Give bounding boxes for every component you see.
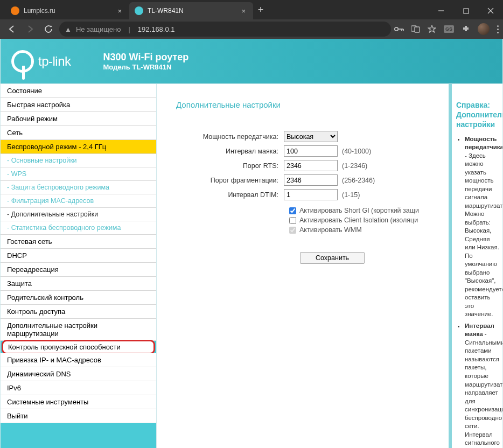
insecure-icon: ▲ xyxy=(65,25,72,33)
sidebar-item[interactable]: Контроль доступа xyxy=(1,305,156,319)
help-list: Мощность передатчика - Здесь можно указа… xyxy=(456,135,500,448)
url-text: 192.168.0.1 xyxy=(138,25,175,33)
rts-note: (1-2346) xyxy=(342,162,367,170)
star-icon[interactable] xyxy=(428,25,436,33)
wmm-checkbox[interactable] xyxy=(289,227,296,234)
short-gi-checkbox[interactable] xyxy=(289,207,296,214)
help-item: Интервал маяка - Сигнальными пакетами на… xyxy=(465,322,500,448)
sidebar-item[interactable]: Родительский контроль xyxy=(1,291,156,305)
sidebar-subitem[interactable]: - Защита беспроводного режима xyxy=(1,181,156,194)
browser-titlebar: Lumpics.ru × TL-WR841N × + xyxy=(0,0,503,19)
security-label: Не защищено xyxy=(76,25,121,33)
toolbar-icons: GS xyxy=(394,23,499,35)
header-banner: tp-link N300 Wi-Fi роутер Модель TL-WR84… xyxy=(0,39,503,84)
sidebar-item[interactable]: Системные инструменты xyxy=(1,395,156,409)
help-panel: Справка: Дополнительные настройки Мощнос… xyxy=(449,84,502,448)
tab-title: Lumpics.ru xyxy=(24,7,55,15)
window-controls xyxy=(429,2,503,19)
forward-button[interactable] xyxy=(23,22,38,37)
dtim-input[interactable] xyxy=(284,189,338,200)
router-info: N300 Wi-Fi роутер Модель TL-WR841N xyxy=(103,52,189,71)
sidebar-item[interactable]: Быстрая настройка xyxy=(1,98,156,112)
help-title: Справка: Дополнительные настройки xyxy=(456,100,500,130)
browser-tab-1[interactable]: Lumpics.ru × xyxy=(5,2,129,19)
content-title: Дополнительные настройки xyxy=(176,100,445,109)
tab-title: TL-WR841N xyxy=(148,7,184,15)
translate-icon[interactable] xyxy=(411,25,420,33)
key-icon[interactable] xyxy=(394,26,404,32)
frag-input[interactable] xyxy=(284,174,338,186)
profile-avatar[interactable] xyxy=(478,23,490,35)
sidebar-item[interactable]: Динамический DNS xyxy=(1,367,156,381)
sidebar-item[interactable]: Выйти xyxy=(1,409,156,423)
beacon-note: (40-1000) xyxy=(342,148,371,155)
frag-label: Порог фрагментации: xyxy=(181,177,284,184)
sidebar-item[interactable]: Состояние xyxy=(1,84,156,98)
router-model: Модель TL-WR841N xyxy=(103,63,189,71)
browser-tab-2[interactable]: TL-WR841N × xyxy=(129,2,253,19)
sidebar-subitem[interactable]: - Дополнительные настройки xyxy=(1,208,156,221)
extensions-icon[interactable] xyxy=(462,25,470,33)
favicon-icon xyxy=(11,6,19,15)
url-field[interactable]: ▲ Не защищено | 192.168.0.1 xyxy=(59,22,391,37)
new-tab-button[interactable]: + xyxy=(253,2,268,17)
short-gi-label: Активировать Short GI (короткий защи xyxy=(299,207,419,214)
svg-rect-1 xyxy=(464,9,469,13)
svg-rect-9 xyxy=(415,27,420,32)
rts-label: Порог RTS: xyxy=(181,162,284,170)
sidebar: СостояниеБыстрая настройкаРабочий режимС… xyxy=(1,84,157,448)
isolation-checkbox[interactable] xyxy=(289,217,296,224)
sidebar-item[interactable]: Защита xyxy=(1,277,156,291)
close-window-button[interactable] xyxy=(478,2,503,19)
maximize-button[interactable] xyxy=(453,2,478,19)
gs-icon[interactable]: GS xyxy=(444,25,454,33)
logo-icon xyxy=(11,50,34,73)
close-icon[interactable]: × xyxy=(115,7,124,15)
sidebar-item[interactable]: Переадресация xyxy=(1,263,156,277)
back-button[interactable] xyxy=(4,22,19,37)
dtim-label: Интервал DTIM: xyxy=(181,191,284,199)
address-bar: ▲ Не защищено | 192.168.0.1 GS xyxy=(0,19,503,39)
beacon-label: Интервал маяка: xyxy=(181,148,284,155)
router-title: N300 Wi-Fi роутер xyxy=(103,52,189,63)
sidebar-item[interactable]: Беспроводной режим - 2,4 ГГц xyxy=(1,140,156,154)
sidebar-item[interactable]: IPv6 xyxy=(1,381,156,395)
brand-text: tp-link xyxy=(38,54,71,69)
tx-power-select[interactable]: Высокая xyxy=(284,131,338,142)
dtim-note: (1-15) xyxy=(342,191,360,199)
sidebar-item[interactable]: Рабочий режим xyxy=(1,112,156,126)
minimize-button[interactable] xyxy=(429,2,453,19)
brand-logo: tp-link xyxy=(11,50,71,73)
frag-note: (256-2346) xyxy=(342,177,375,184)
settings-form: Мощность передатчика: Высокая Интервал м… xyxy=(181,131,445,264)
favicon-icon xyxy=(135,6,143,15)
sidebar-item[interactable]: Привязка IP- и MAC-адресов xyxy=(1,353,156,367)
save-button[interactable]: Сохранить xyxy=(300,252,365,264)
sidebar-subitem[interactable]: - WPS xyxy=(1,167,156,181)
wmm-label: Активировать WMM xyxy=(299,226,362,234)
rts-input[interactable] xyxy=(284,160,338,171)
content-area: Дополнительные настройки Мощность переда… xyxy=(157,84,449,448)
sidebar-item[interactable]: Гостевая сеть xyxy=(1,235,156,249)
sidebar-item[interactable]: Дополнительные настройки маршрутизации xyxy=(1,319,156,341)
reload-button[interactable] xyxy=(41,22,56,37)
sidebar-item[interactable]: Сеть xyxy=(1,126,156,140)
tab-strip: Lumpics.ru × TL-WR841N × + xyxy=(0,2,429,19)
help-item: Мощность передатчика - Здесь можно указа… xyxy=(465,135,500,319)
sidebar-item[interactable]: Контроль пропускной способности xyxy=(2,340,155,354)
sidebar-subitem[interactable]: - Основные настройки xyxy=(1,154,156,167)
tx-power-label: Мощность передатчика: xyxy=(181,133,284,141)
svg-point-4 xyxy=(395,27,398,31)
beacon-input[interactable] xyxy=(284,145,338,157)
menu-button[interactable] xyxy=(497,25,499,33)
sidebar-subitem[interactable]: - Фильтрация MAC-адресов xyxy=(1,194,156,208)
sidebar-subitem[interactable]: - Статистика беспроводного режима xyxy=(1,221,156,235)
isolation-label: Активировать Client Isolation (изоляци xyxy=(299,216,418,224)
main-layout: СостояниеБыстрая настройкаРабочий режимС… xyxy=(0,84,503,448)
close-icon[interactable]: × xyxy=(239,7,248,15)
sidebar-item[interactable]: DHCP xyxy=(1,249,156,263)
